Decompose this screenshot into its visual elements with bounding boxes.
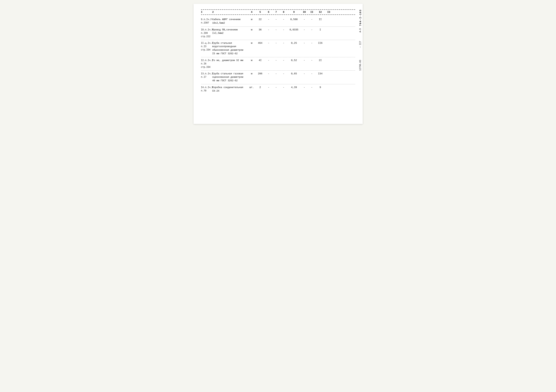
header-col13: I3 (325, 11, 332, 14)
cell-6: - (265, 28, 272, 31)
cell-qty: 22 (255, 18, 265, 21)
cell-8: - (280, 18, 287, 21)
cell-10: - (301, 41, 308, 45)
cell-6: - (265, 18, 272, 21)
cell-11: - (308, 86, 316, 89)
cell-unit: м (248, 41, 255, 45)
cell-9: 4,39 (287, 86, 301, 89)
cell-desc: Труба стальная газовая оцинкованная диам… (212, 72, 248, 83)
table-header: I 2 4 5 6 7 8 9 IO II I2 I3 (201, 9, 355, 15)
cell-8: - (280, 72, 287, 75)
cell-6: - (265, 86, 272, 89)
cell-12: I34 (316, 72, 325, 75)
header-col1: I (201, 11, 212, 14)
label-12796: 12796.03 (359, 60, 362, 71)
cell-12: 9 (316, 86, 325, 89)
cell-6: - (265, 72, 272, 75)
header-col12: I2 (316, 11, 325, 14)
cell-8: - (280, 28, 287, 31)
table-body: 9.п.Iч.Уп.2387 Кабель АВРГ сечением 10х2… (201, 16, 355, 94)
cell-qty: 2 (255, 86, 265, 89)
table-row: 9.п.Iч.Уп.2387 Кабель АВРГ сечением 10х2… (201, 16, 355, 27)
label-704: 704-I-103 (359, 9, 362, 26)
label-117: – II7 (359, 41, 362, 48)
cell-num: I2.п.Iч.Iп.I6стр.IO4 (201, 59, 212, 69)
cell-9: 0,25 (287, 41, 301, 45)
cell-12: II (316, 18, 325, 21)
cell-11: - (308, 59, 316, 62)
cell-unit: м (248, 18, 255, 21)
cell-9: 0,508 (287, 18, 301, 21)
cell-8: - (280, 41, 287, 45)
cell-desc: Кабель АВРГ сечением 10х2,5мм2 (212, 18, 248, 25)
cell-8: - (280, 86, 287, 89)
page-container: 704-I-103 А-9 – II7 12796.03 I 2 4 5 6 7… (193, 4, 363, 124)
table-row: I2.п.Iч.Iп.I6стр.IO4 То же, диаметром 32… (201, 57, 355, 71)
cell-10: - (301, 72, 308, 75)
cell-unit: м (248, 59, 255, 62)
table-row: I3.п.Iч.Iп.I7 Труба стальная газовая оци… (201, 71, 355, 84)
cell-6: - (265, 59, 272, 62)
cell-num: IO.п.Iч.Уп.I99стр.222 (201, 28, 212, 38)
cell-desc: Провод ПВ,сечением IxI,5мм2 (212, 28, 248, 35)
table-row: IO.п.Iч.Уп.I99стр.222 Провод ПВ,сечением… (201, 27, 355, 40)
cell-9: 0,52 (287, 59, 301, 62)
header-col9: 9 (287, 11, 301, 14)
cell-num: 9.п.Iч.Уп.2387 (201, 18, 212, 25)
header-col5: 5 (255, 11, 265, 14)
cell-unit: м (248, 72, 255, 75)
table-row: I4.п.Iч.Уп.70 Коробка соединительная СК-… (201, 84, 355, 94)
cell-desc: То же, диаметром 32 мм (212, 59, 248, 62)
header-col6: 6 (265, 11, 272, 14)
cell-desc: Труба стальная водогазопроводная обыкнов… (212, 41, 248, 56)
header-col2: 2 (212, 11, 248, 14)
cell-qty: 464 (255, 41, 265, 45)
cell-7: - (272, 86, 280, 89)
cell-9: 0,65 (287, 72, 301, 75)
cell-11: - (308, 18, 316, 21)
header-col10: IO (301, 11, 308, 14)
cell-10: - (301, 18, 308, 21)
cell-8: - (280, 59, 287, 62)
cell-num: I4.п.Iч.Уп.70 (201, 86, 212, 92)
cell-9: 0,0335 (287, 28, 301, 31)
cell-num: II.ц.Iч.Iп.I3стр.IO4 (201, 41, 212, 52)
header-col7: 7 (272, 11, 280, 14)
cell-7: - (272, 28, 280, 31)
cell-10: - (301, 28, 308, 31)
cell-10: - (301, 86, 308, 89)
cell-6: - (265, 41, 272, 45)
cell-7: - (272, 59, 280, 62)
header-col4: 4 (248, 11, 255, 14)
header-col8: 8 (280, 11, 287, 14)
cell-7: - (272, 18, 280, 21)
cell-qty: 4I (255, 59, 265, 62)
cell-qty: 36 (255, 28, 265, 31)
cell-unit: шт. (248, 86, 255, 89)
cell-12: 2I (316, 59, 325, 62)
right-side-labels: 704-I-103 А-9 – II7 12796.03 (359, 9, 362, 118)
cell-7: - (272, 72, 280, 75)
cell-7: - (272, 41, 280, 45)
cell-11: - (308, 41, 316, 45)
cell-qty: 206 (255, 72, 265, 75)
cell-10: - (301, 59, 308, 62)
cell-11: - (308, 28, 316, 31)
table-row: II.ц.Iч.Iп.I3стр.IO4 Труба стальная водо… (201, 40, 355, 57)
cell-11: - (308, 72, 316, 75)
cell-12: II6 (316, 41, 325, 45)
label-a9: А-9 (359, 28, 362, 32)
cell-unit: м (248, 28, 255, 31)
cell-desc: Коробка соединительная СК-24 (212, 86, 248, 93)
header-col11: II (308, 11, 316, 14)
cell-num: I3.п.Iч.Iп.I7 (201, 72, 212, 79)
cell-12: I (316, 28, 325, 31)
